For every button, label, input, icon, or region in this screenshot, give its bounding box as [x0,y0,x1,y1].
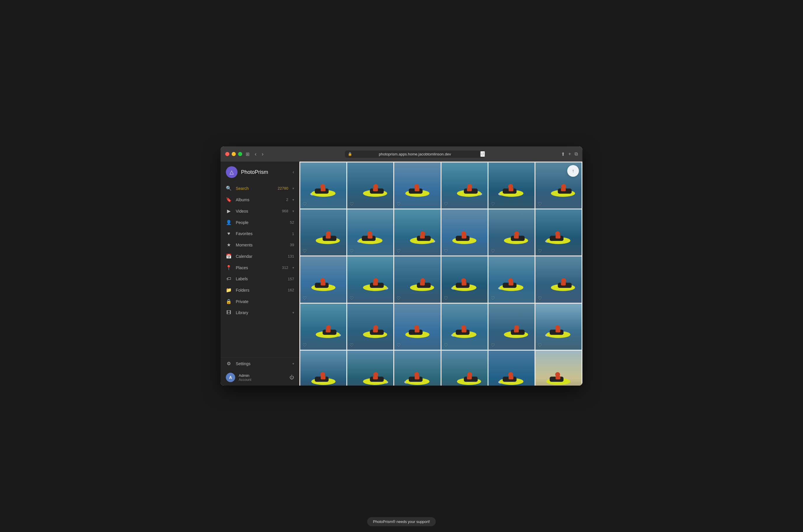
reload-button[interactable]: ↺ [480,151,485,157]
sidebar-item-search[interactable]: 🔍 Search 22780 ▾ [221,183,299,194]
sidebar-item-labels[interactable]: 🏷 Labels 157 [221,273,299,284]
minimize-button[interactable] [232,152,236,156]
photo-cell[interactable]: ♡ [394,350,440,385]
sidebar-item-favorites[interactable]: ♥ Favorites 1 [221,228,299,239]
sidebar-item-private[interactable]: 🔒 Private [221,296,299,307]
svg-rect-35 [368,235,373,239]
sidebar-item-moments[interactable]: ★ Moments 39 [221,239,299,250]
svg-rect-40 [420,235,425,239]
photo-cell[interactable]: ♡ [394,163,440,209]
photo-cell[interactable]: ♡ [347,163,393,209]
back-button[interactable]: ‹ [253,151,258,158]
scroll-top-button[interactable]: ↑ [567,165,579,177]
favorite-button[interactable]: ♡ [491,248,495,254]
photo-scene [394,256,440,302]
jetski-svg [357,223,384,249]
favorite-button[interactable]: ♡ [538,296,542,301]
photo-cell[interactable]: ♡ [488,209,535,255]
jetski-container [455,176,483,202]
favorite-button[interactable]: ♡ [350,296,354,301]
photo-cell[interactable]: ♡ [536,304,581,350]
photo-cell[interactable]: ♡ [300,209,347,255]
jetski-container [310,270,337,296]
sidebar-item-albums[interactable]: 🔖 Albums 2 ▾ [221,194,299,205]
svg-rect-22 [509,188,513,191]
photo-cell[interactable]: ♡ [394,256,440,302]
library-icon: 🎞 [226,310,232,315]
favorite-button[interactable]: ♡ [350,342,354,348]
photo-cell[interactable]: ♡ [300,350,347,385]
favorite-button[interactable]: ♡ [303,342,307,348]
content-area[interactable]: ↑ ♡♡♡♡♡♡♡♡♡♡♡♡♡♡♡♡♡♡♡♡♡♡♡♡♡♡♡♡♡♡ PhotoPr… [299,162,582,385]
favorite-button[interactable]: ♡ [303,296,307,301]
photo-cell[interactable]: ♡ [442,350,488,385]
jetski-container [498,270,525,296]
photo-cell[interactable]: ♡ [442,304,488,350]
photo-scene [488,209,535,255]
favorite-button[interactable]: ♡ [444,296,448,301]
jetski-svg [404,317,431,343]
sidebar-item-folders[interactable]: 📁 Folders 162 [221,284,299,296]
photo-cell[interactable]: ♡ [488,304,535,350]
favorite-button[interactable]: ♡ [491,296,495,301]
photo-cell[interactable]: ♡ [347,350,393,385]
split-view-button[interactable]: ⧉ [575,151,578,157]
jetski-svg [450,317,478,343]
photo-cell[interactable]: ♡ [394,304,440,350]
favorite-button[interactable]: ♡ [396,342,400,348]
videos-label: Videos [236,209,278,213]
favorite-button[interactable]: ♡ [491,342,495,348]
photo-cell[interactable]: ♡ [347,304,393,350]
photo-cell[interactable]: ♡ [488,163,535,209]
url-input[interactable] [345,151,485,158]
favorite-button[interactable]: ♡ [303,248,307,254]
sidebar-item-calendar[interactable]: 📅 Calendar 131 [221,250,299,262]
new-tab-button[interactable]: + [568,151,571,157]
sidebar-item-settings[interactable]: ⚙ Settings ▾ [221,358,299,369]
photo-cell[interactable]: ♡ [300,256,347,302]
photo-scene [488,350,535,385]
favorite-button[interactable]: ♡ [538,248,542,254]
sidebar-item-people[interactable]: 👤 People 52 [221,217,299,228]
photo-cell[interactable]: ♡ [347,209,393,255]
photo-cell[interactable]: ♡ [394,209,440,255]
sidebar-item-places[interactable]: 📍 Places 312 ▾ [221,262,299,273]
favorite-button[interactable]: ♡ [491,201,495,207]
share-button[interactable]: ⬆ [561,151,565,157]
svg-rect-111 [321,376,325,379]
favorite-button[interactable]: ♡ [444,248,448,254]
favorite-button[interactable]: ♡ [444,342,448,348]
sidebar-collapse-button[interactable]: ‹ [293,169,294,175]
sidebar-item-library[interactable]: 🎞 Library ▾ [221,307,299,318]
photo-cell[interactable]: ♡ [536,350,581,385]
power-button[interactable]: ⏻ [290,375,294,380]
photo-cell[interactable]: ♡ [442,209,488,255]
favorite-button[interactable]: ♡ [396,201,400,207]
favorite-button[interactable]: ♡ [538,201,542,207]
account-row[interactable]: A Admin Account ⏻ [221,369,299,385]
favorite-button[interactable]: ♡ [538,342,542,348]
favorite-button[interactable]: ♡ [350,201,354,207]
favorite-button[interactable]: ♡ [396,296,400,301]
calendar-icon: 📅 [226,253,232,259]
photo-cell[interactable]: ♡ [347,256,393,302]
favorite-button[interactable]: ♡ [396,248,400,254]
photo-cell[interactable]: ♡ [536,209,581,255]
photo-cell[interactable]: ♡ [488,256,535,302]
close-button[interactable] [225,152,229,156]
photo-cell[interactable]: ♡ [488,350,535,385]
favorite-button[interactable]: ♡ [444,201,448,207]
photo-cell[interactable]: ♡ [442,163,488,209]
traffic-lights [225,152,242,156]
photo-cell[interactable]: ♡ [300,163,347,209]
photo-cell[interactable]: ♡ [300,304,347,350]
favorite-button[interactable]: ♡ [350,248,354,254]
maximize-button[interactable] [238,152,242,156]
sidebar-item-videos[interactable]: ▶ Videos 968 ▾ [221,205,299,217]
favorite-button[interactable]: ♡ [303,201,307,207]
forward-button[interactable]: › [260,151,265,158]
photo-cell[interactable]: ♡ [442,256,488,302]
lock-icon: 🔒 [348,152,352,156]
sidebar-toggle-button[interactable]: ⊞ [246,151,249,157]
photo-cell[interactable]: ♡ [536,256,581,302]
